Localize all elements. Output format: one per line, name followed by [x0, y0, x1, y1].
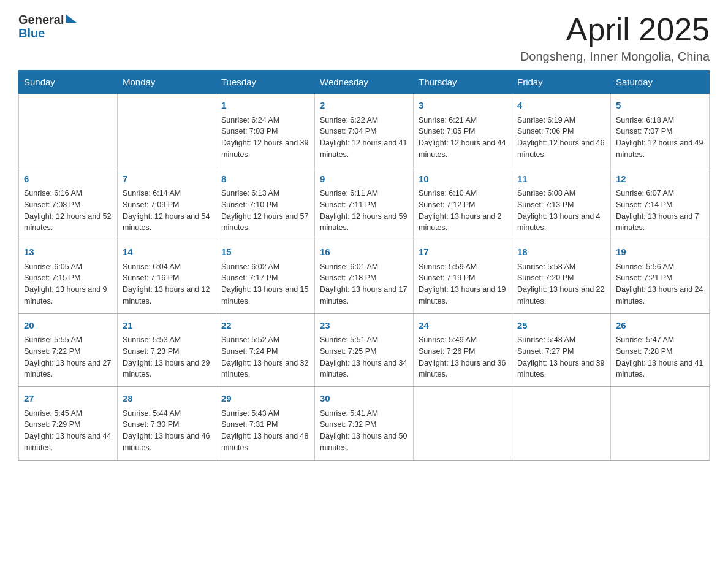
day-info: Sunrise: 6:18 AMSunset: 7:07 PMDaylight:…: [616, 115, 704, 161]
calendar-cell: 11Sunrise: 6:08 AMSunset: 7:13 PMDayligh…: [512, 167, 611, 240]
calendar-cell: 16Sunrise: 6:01 AMSunset: 7:18 PMDayligh…: [315, 240, 414, 314]
calendar-cell: 10Sunrise: 6:10 AMSunset: 7:12 PMDayligh…: [414, 167, 512, 240]
calendar-cell: 2Sunrise: 6:22 AMSunset: 7:04 PMDaylight…: [315, 94, 414, 167]
calendar-cell: 22Sunrise: 5:52 AMSunset: 7:24 PMDayligh…: [216, 313, 315, 387]
day-number: 17: [419, 245, 507, 259]
calendar-cell: 29Sunrise: 5:43 AMSunset: 7:31 PMDayligh…: [216, 387, 315, 461]
day-info: Sunrise: 6:07 AMSunset: 7:14 PMDaylight:…: [616, 188, 704, 234]
weekday-header-monday: Monday: [118, 71, 216, 94]
day-number: 27: [24, 392, 112, 406]
calendar-cell: [512, 387, 611, 461]
calendar-week-row-2: 6Sunrise: 6:16 AMSunset: 7:08 PMDaylight…: [19, 167, 710, 240]
calendar-cell: 3Sunrise: 6:21 AMSunset: 7:05 PMDaylight…: [414, 94, 512, 167]
day-number: 30: [320, 392, 408, 406]
calendar-cell: 7Sunrise: 6:14 AMSunset: 7:09 PMDaylight…: [118, 167, 216, 240]
day-number: 23: [320, 319, 408, 333]
day-info: Sunrise: 6:24 AMSunset: 7:03 PMDaylight:…: [221, 115, 309, 161]
location-subtitle: Dongsheng, Inner Mongolia, China: [520, 50, 710, 64]
calendar-cell: 14Sunrise: 6:04 AMSunset: 7:16 PMDayligh…: [118, 240, 216, 314]
day-info: Sunrise: 5:47 AMSunset: 7:28 PMDaylight:…: [616, 334, 704, 380]
day-info: Sunrise: 6:14 AMSunset: 7:09 PMDaylight:…: [123, 188, 211, 234]
day-number: 8: [221, 172, 309, 186]
calendar-cell: 15Sunrise: 6:02 AMSunset: 7:17 PMDayligh…: [216, 240, 315, 314]
day-number: 24: [419, 319, 507, 333]
day-info: Sunrise: 5:48 AMSunset: 7:27 PMDaylight:…: [517, 334, 605, 380]
day-info: Sunrise: 5:53 AMSunset: 7:23 PMDaylight:…: [123, 334, 211, 380]
day-number: 5: [616, 99, 704, 113]
calendar-cell: [19, 94, 118, 167]
day-info: Sunrise: 6:01 AMSunset: 7:18 PMDaylight:…: [320, 261, 408, 307]
calendar-cell: 28Sunrise: 5:44 AMSunset: 7:30 PMDayligh…: [118, 387, 216, 461]
day-number: 13: [24, 245, 112, 259]
logo: General Blue: [18, 12, 77, 40]
day-info: Sunrise: 6:11 AMSunset: 7:11 PMDaylight:…: [320, 188, 408, 234]
day-number: 1: [221, 99, 309, 113]
day-number: 9: [320, 172, 408, 186]
day-number: 4: [517, 99, 605, 113]
day-info: Sunrise: 5:45 AMSunset: 7:29 PMDaylight:…: [24, 408, 112, 454]
day-number: 26: [616, 319, 704, 333]
calendar-cell: 21Sunrise: 5:53 AMSunset: 7:23 PMDayligh…: [118, 313, 216, 387]
day-info: Sunrise: 5:59 AMSunset: 7:19 PMDaylight:…: [419, 261, 507, 307]
calendar-week-row-5: 27Sunrise: 5:45 AMSunset: 7:29 PMDayligh…: [19, 387, 710, 461]
calendar-cell: 27Sunrise: 5:45 AMSunset: 7:29 PMDayligh…: [19, 387, 118, 461]
weekday-header-row: SundayMondayTuesdayWednesdayThursdayFrid…: [19, 71, 710, 94]
day-info: Sunrise: 5:51 AMSunset: 7:25 PMDaylight:…: [320, 334, 408, 380]
page-header: General Blue April 2025 Dongsheng, Inner…: [18, 12, 710, 64]
day-number: 10: [419, 172, 507, 186]
day-info: Sunrise: 6:19 AMSunset: 7:06 PMDaylight:…: [517, 115, 605, 161]
day-info: Sunrise: 5:41 AMSunset: 7:32 PMDaylight:…: [320, 408, 408, 454]
logo-general-text: General: [18, 12, 64, 27]
calendar-cell: 24Sunrise: 5:49 AMSunset: 7:26 PMDayligh…: [414, 313, 512, 387]
calendar-cell: 13Sunrise: 6:05 AMSunset: 7:15 PMDayligh…: [19, 240, 118, 314]
day-info: Sunrise: 5:58 AMSunset: 7:20 PMDaylight:…: [517, 261, 605, 307]
month-year-title: April 2025: [520, 12, 710, 47]
day-number: 28: [123, 392, 211, 406]
weekday-header-friday: Friday: [512, 71, 611, 94]
logo-text: General Blue: [18, 12, 77, 40]
weekday-header-thursday: Thursday: [414, 71, 512, 94]
weekday-header-sunday: Sunday: [19, 71, 118, 94]
day-number: 29: [221, 392, 309, 406]
day-number: 2: [320, 99, 408, 113]
day-number: 22: [221, 319, 309, 333]
day-number: 6: [24, 172, 112, 186]
calendar-week-row-3: 13Sunrise: 6:05 AMSunset: 7:15 PMDayligh…: [19, 240, 710, 314]
weekday-header-tuesday: Tuesday: [216, 71, 315, 94]
title-block: April 2025 Dongsheng, Inner Mongolia, Ch…: [520, 12, 710, 64]
calendar-cell: 18Sunrise: 5:58 AMSunset: 7:20 PMDayligh…: [512, 240, 611, 314]
day-info: Sunrise: 6:10 AMSunset: 7:12 PMDaylight:…: [419, 188, 507, 234]
day-info: Sunrise: 6:04 AMSunset: 7:16 PMDaylight:…: [123, 261, 211, 307]
calendar-cell: [414, 387, 512, 461]
day-number: 12: [616, 172, 704, 186]
calendar-cell: 17Sunrise: 5:59 AMSunset: 7:19 PMDayligh…: [414, 240, 512, 314]
weekday-header-saturday: Saturday: [611, 71, 710, 94]
calendar-cell: 25Sunrise: 5:48 AMSunset: 7:27 PMDayligh…: [512, 313, 611, 387]
day-info: Sunrise: 6:05 AMSunset: 7:15 PMDaylight:…: [24, 261, 112, 307]
logo-triangle-icon: [66, 14, 77, 23]
day-number: 14: [123, 245, 211, 259]
calendar-cell: 23Sunrise: 5:51 AMSunset: 7:25 PMDayligh…: [315, 313, 414, 387]
day-info: Sunrise: 5:44 AMSunset: 7:30 PMDaylight:…: [123, 408, 211, 454]
day-info: Sunrise: 6:13 AMSunset: 7:10 PMDaylight:…: [221, 188, 309, 234]
day-number: 25: [517, 319, 605, 333]
calendar-cell: 8Sunrise: 6:13 AMSunset: 7:10 PMDaylight…: [216, 167, 315, 240]
calendar-cell: [611, 387, 710, 461]
calendar-table: SundayMondayTuesdayWednesdayThursdayFrid…: [18, 70, 710, 461]
day-info: Sunrise: 6:16 AMSunset: 7:08 PMDaylight:…: [24, 188, 112, 234]
weekday-header-wednesday: Wednesday: [315, 71, 414, 94]
logo-blue-text: Blue: [18, 26, 77, 40]
day-info: Sunrise: 5:55 AMSunset: 7:22 PMDaylight:…: [24, 334, 112, 380]
day-number: 21: [123, 319, 211, 333]
calendar-cell: 20Sunrise: 5:55 AMSunset: 7:22 PMDayligh…: [19, 313, 118, 387]
day-info: Sunrise: 6:02 AMSunset: 7:17 PMDaylight:…: [221, 261, 309, 307]
day-number: 3: [419, 99, 507, 113]
day-number: 7: [123, 172, 211, 186]
calendar-cell: 30Sunrise: 5:41 AMSunset: 7:32 PMDayligh…: [315, 387, 414, 461]
calendar-cell: 1Sunrise: 6:24 AMSunset: 7:03 PMDaylight…: [216, 94, 315, 167]
day-number: 20: [24, 319, 112, 333]
calendar-cell: 26Sunrise: 5:47 AMSunset: 7:28 PMDayligh…: [611, 313, 710, 387]
day-info: Sunrise: 6:22 AMSunset: 7:04 PMDaylight:…: [320, 115, 408, 161]
day-number: 15: [221, 245, 309, 259]
calendar-cell: 5Sunrise: 6:18 AMSunset: 7:07 PMDaylight…: [611, 94, 710, 167]
